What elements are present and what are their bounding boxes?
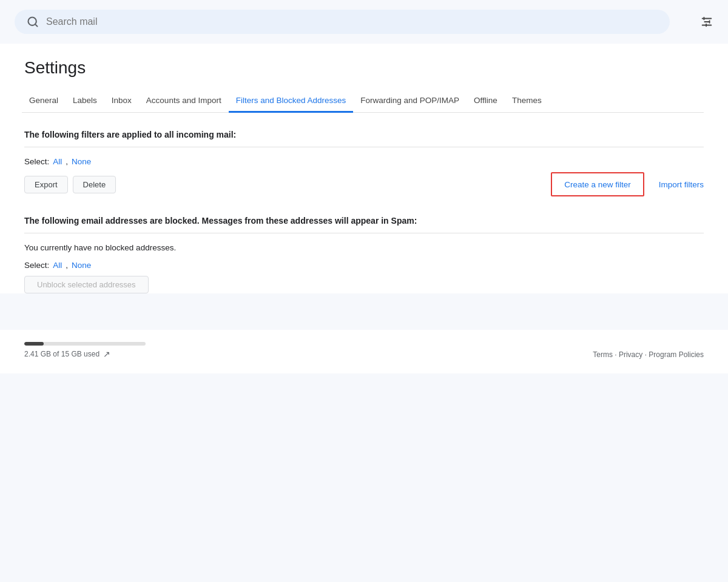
import-filters-link[interactable]: Import filters <box>659 180 704 189</box>
search-bar-container <box>0 0 728 44</box>
filters-divider <box>24 147 704 147</box>
filter-options-icon[interactable] <box>700 15 713 28</box>
settings-tabs: General Labels Inbox Accounts and Import… <box>22 90 704 113</box>
create-filter-link[interactable]: Create a new filter <box>564 180 631 189</box>
external-link-icon[interactable]: ↗ <box>103 349 110 359</box>
filters-select-label: Select: <box>24 157 49 166</box>
tab-accounts[interactable]: Accounts and Import <box>139 90 229 113</box>
blocked-select-row: Select: All, None <box>24 261 704 270</box>
tab-forwarding[interactable]: Forwarding and POP/IMAP <box>353 90 467 113</box>
search-icon <box>27 16 39 28</box>
storage-bar <box>24 342 146 346</box>
filters-left-buttons: Export Delete <box>24 176 116 193</box>
filters-buttons-row: Export Delete Create a new filter Import… <box>24 172 704 196</box>
tab-themes[interactable]: Themes <box>505 90 549 113</box>
no-blocked-text: You currently have no blocked addresses. <box>24 243 704 252</box>
filters-right-links: Create a new filter Import filters <box>551 172 704 196</box>
filters-select-none[interactable]: None <box>72 157 91 166</box>
blocked-divider <box>24 233 704 233</box>
settings-content: The following filters are applied to all… <box>24 113 704 293</box>
storage-info: 2.41 GB of 15 GB used ↗ <box>24 342 146 359</box>
search-bar <box>15 10 670 34</box>
filters-select-all[interactable]: All <box>53 157 62 166</box>
filters-section-title: The following filters are applied to all… <box>24 130 704 139</box>
footer-program-policies[interactable]: Program Policies <box>649 350 704 359</box>
create-filter-box: Create a new filter <box>551 172 644 196</box>
storage-text-row: 2.41 GB of 15 GB used ↗ <box>24 349 146 359</box>
blocked-section: The following email addresses are blocke… <box>24 216 704 293</box>
export-button[interactable]: Export <box>24 176 68 193</box>
settings-title: Settings <box>24 58 704 78</box>
footer-privacy[interactable]: Privacy <box>619 350 642 359</box>
unblock-button[interactable]: Unblock selected addresses <box>24 276 149 293</box>
svg-line-1 <box>35 24 38 27</box>
filters-section: The following filters are applied to all… <box>24 130 704 196</box>
blocked-select-none[interactable]: None <box>72 261 91 270</box>
tab-general[interactable]: General <box>22 90 66 113</box>
settings-page: Settings General Labels Inbox Accounts a… <box>0 44 728 293</box>
footer-terms[interactable]: Terms <box>593 350 613 359</box>
footer-sep-1: · <box>615 350 619 359</box>
storage-bar-fill <box>24 342 44 346</box>
blocked-select-all[interactable]: All <box>53 261 62 270</box>
footer-links: Terms · Privacy · Program Policies <box>593 350 704 359</box>
tab-labels[interactable]: Labels <box>66 90 104 113</box>
delete-button[interactable]: Delete <box>73 176 116 193</box>
storage-used-text: 2.41 GB of 15 GB used <box>24 350 99 358</box>
search-input[interactable] <box>46 16 658 27</box>
tab-inbox[interactable]: Inbox <box>104 90 139 113</box>
blocked-section-title: The following email addresses are blocke… <box>24 216 704 226</box>
tab-filters[interactable]: Filters and Blocked Addresses <box>229 90 354 113</box>
tab-offline[interactable]: Offline <box>467 90 505 113</box>
footer: 2.41 GB of 15 GB used ↗ Terms · Privacy … <box>0 330 728 373</box>
blocked-select-label: Select: <box>24 261 49 270</box>
filters-select-row: Select: All, None <box>24 157 704 166</box>
